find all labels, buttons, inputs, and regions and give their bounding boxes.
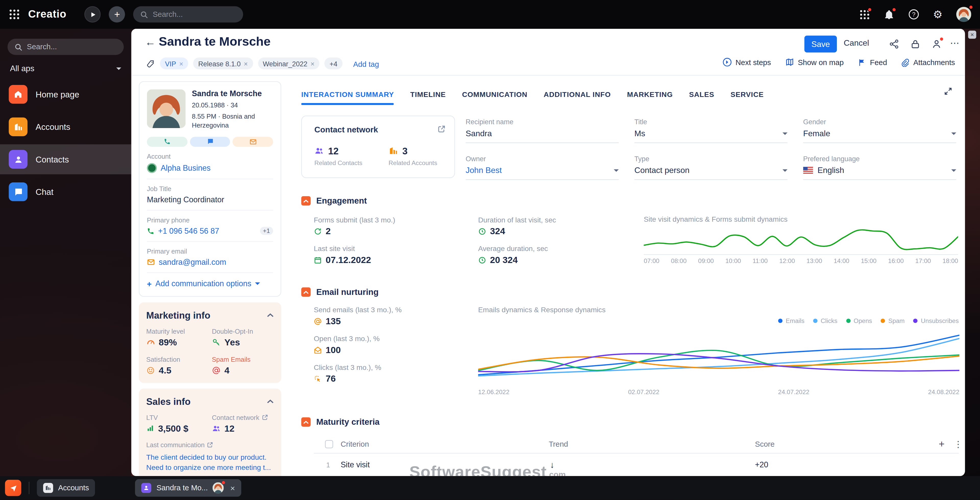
phone-count-badge[interactable]: +1 (260, 227, 273, 235)
creatio-logo: Creatio (28, 8, 66, 21)
chevron-down-icon[interactable] (783, 169, 788, 171)
chevron-down-icon[interactable] (783, 132, 788, 135)
collapse-icon[interactable] (267, 313, 274, 317)
tag-chip[interactable]: Webinar_2022× (258, 57, 320, 69)
person-icon (142, 483, 151, 493)
tab-marketing[interactable]: MARKETING (627, 85, 673, 103)
tab-communication[interactable]: COMMUNICATION (462, 85, 527, 103)
open-emails-stat: Open (last 3 mo.), % 100 (313, 335, 470, 355)
account-link[interactable]: Alpha Busines (161, 163, 210, 172)
chevron-down-icon[interactable] (951, 132, 956, 135)
select-all-checkbox[interactable] (325, 440, 333, 448)
sidebar-item-chat[interactable]: Chat (0, 177, 131, 207)
gear-icon[interactable]: ⚙ (933, 9, 942, 20)
notification-dot (939, 37, 944, 41)
external-link-icon[interactable] (438, 125, 445, 133)
last-communication-link[interactable]: The client decided to buy our product. N… (146, 452, 274, 472)
taskbar-tab-contact[interactable]: Sandra te Mo... × (135, 479, 241, 497)
page-title: Sandra te Morsche (159, 35, 270, 49)
phone-link[interactable]: +1 096 546 56 87 (158, 227, 219, 235)
add-row-icon[interactable]: + (939, 438, 945, 449)
app-launcher-icon[interactable] (9, 9, 20, 20)
field-type[interactable]: Type Contact person (635, 155, 788, 180)
chevron-down-icon (116, 67, 121, 70)
lock-icon[interactable] (910, 39, 921, 49)
collapse-icon[interactable] (267, 399, 274, 403)
sidebar-item-accounts[interactable]: Accounts (0, 112, 131, 142)
at-sign-icon (313, 317, 322, 325)
back-button[interactable]: ← (145, 36, 156, 49)
cancel-button[interactable]: Cancel (844, 38, 869, 48)
quick-add-button[interactable]: + (109, 6, 125, 22)
notification-dot (221, 480, 226, 485)
collapse-section-icon[interactable] (301, 417, 310, 427)
tab-service[interactable]: SERVICE (731, 85, 764, 103)
user-avatar[interactable] (956, 7, 971, 22)
email-button[interactable] (233, 137, 273, 146)
double-opt-in-stat: Double-Opt-In Yes (212, 327, 274, 347)
global-search-input[interactable] (153, 10, 250, 19)
tab-timeline[interactable]: TIMELINE (410, 85, 445, 103)
more-options-icon[interactable]: ⋮ (954, 439, 963, 449)
email-nurturing-section-header: Email nurturing (301, 287, 379, 297)
process-contact-icon[interactable] (931, 39, 942, 49)
field-title[interactable]: Title Ms (635, 118, 788, 143)
field-gender[interactable]: Gender Female (803, 118, 956, 143)
save-button[interactable]: Save (804, 36, 837, 52)
collapse-section-icon[interactable] (301, 287, 310, 297)
chat-bubble-icon (207, 138, 213, 145)
tab-interaction-summary[interactable]: INTERACTION SUMMARY (301, 85, 394, 103)
feed-button[interactable]: Feed (858, 58, 887, 67)
sidebar-item-home[interactable]: Home page (0, 79, 131, 110)
forms-submit-stat: Forms submit (last 3 mo.) 2 (313, 216, 470, 236)
add-tag-button[interactable]: Add tag (353, 60, 379, 68)
screenshot-close-icon[interactable]: × (968, 31, 976, 39)
contact-page: ← Sandra te Morsche Save Cancel ⋯ VIP× R… (131, 29, 965, 476)
chevron-down-icon[interactable] (951, 169, 956, 171)
tab-additional-info[interactable]: ADDITIONAL INFO (544, 85, 611, 103)
communication-panel-icon[interactable] (5, 480, 21, 496)
next-steps-button[interactable]: Next steps (722, 57, 771, 67)
expand-icon[interactable] (944, 87, 953, 95)
remove-tag-icon[interactable]: × (179, 60, 183, 67)
message-button[interactable] (190, 137, 230, 146)
add-communication-options[interactable]: + Add communication options (147, 279, 273, 289)
sidebar-item-contacts[interactable]: Contacts (0, 144, 131, 175)
people-icon (314, 146, 324, 156)
more-tags-chip[interactable]: +4 (325, 57, 342, 69)
remove-tag-icon[interactable]: × (244, 60, 248, 67)
tag-chip[interactable]: Release 8.1.0× (193, 57, 253, 69)
share-icon[interactable] (889, 39, 899, 49)
remove-tag-icon[interactable]: × (310, 60, 315, 67)
related-contacts-stat[interactable]: 12 Related Contacts (314, 146, 363, 166)
field-preferred-language[interactable]: Prefered language English (803, 155, 956, 180)
call-button[interactable] (147, 137, 187, 146)
maturity-table-row[interactable]: 1 Site visit ↓ +20 (313, 454, 959, 476)
close-tab-icon[interactable]: × (230, 483, 235, 493)
bell-icon[interactable] (883, 9, 894, 20)
tag-chip[interactable]: VIP× (160, 57, 188, 69)
run-process-button[interactable] (85, 6, 101, 22)
more-options-icon[interactable]: ⋯ (950, 38, 960, 49)
email-link[interactable]: sandra@gmail.com (159, 258, 226, 266)
communication-buttons (147, 137, 273, 146)
legend-dot (846, 319, 850, 323)
help-icon[interactable]: ? (908, 9, 919, 20)
attachments-button[interactable]: Attachments (901, 58, 955, 67)
maturity-level-stat: Maturity level 89% (146, 327, 208, 347)
marketplace-apps-icon[interactable] (859, 9, 870, 20)
chevron-down-icon[interactable] (614, 169, 619, 171)
sidebar-search-input[interactable] (27, 43, 124, 51)
taskbar-tab-accounts[interactable]: Accounts (37, 479, 95, 497)
show-on-map-button[interactable]: Show on map (785, 57, 844, 67)
profile-identity: Sandra te Morsche 20.05.1988 · 34 8.55 P… (192, 89, 273, 130)
contact-photo[interactable] (147, 89, 186, 128)
field-owner[interactable]: Owner John Best (466, 155, 619, 180)
related-accounts-stat[interactable]: 3 Related Accounts (389, 146, 438, 166)
workspace-selector[interactable]: All aps (10, 64, 121, 73)
contact-timezone: 8.55 PM · Bosnia and Herzegovina (192, 112, 273, 130)
collapse-section-icon[interactable] (301, 196, 310, 206)
external-link-icon[interactable] (207, 441, 213, 448)
external-link-icon[interactable] (262, 414, 268, 420)
field-recipient-name[interactable]: Recipient name Sandra (466, 118, 619, 143)
